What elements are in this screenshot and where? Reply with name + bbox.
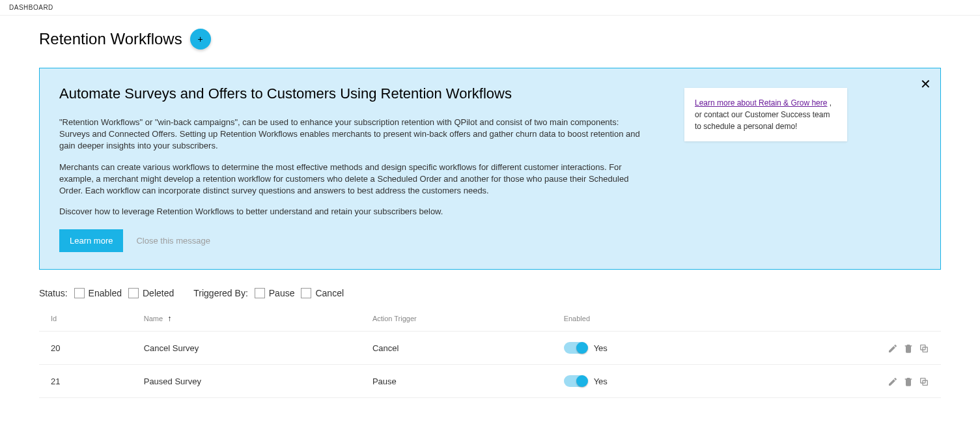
pause-checkbox[interactable]: Pause [255,288,295,298]
edit-icon[interactable] [888,377,898,387]
cancel-checkbox-input[interactable] [301,288,311,298]
close-message-button[interactable]: Close this message [136,236,210,246]
enabled-text: Yes [594,377,608,386]
delete-icon[interactable] [903,377,914,387]
info-paragraph-3: Discover how to leverage Retention Workf… [59,206,645,218]
enabled-toggle[interactable] [564,375,587,387]
enabled-checkbox-input[interactable] [74,288,85,298]
add-workflow-button[interactable]: + [190,29,211,50]
page-header: Retention Workflows + [39,29,941,50]
page-title: Retention Workflows [39,30,182,48]
delete-icon[interactable] [903,343,914,354]
deleted-checkbox[interactable]: Deleted [128,288,174,298]
col-action-trigger[interactable]: Action Trigger [361,306,552,332]
col-enabled[interactable]: Enabled [552,306,742,332]
info-panel: ✕ Automate Surveys and Offers to Custome… [39,68,941,270]
info-paragraph-1: "Retention Workflows" or "win-back campa… [59,117,645,152]
enabled-toggle[interactable] [564,342,587,354]
edit-icon[interactable] [888,343,898,354]
status-label: Status: [39,288,68,298]
enabled-text: Yes [594,343,608,353]
cell-id: 20 [39,332,132,365]
table-row: 21Paused SurveyPauseYes [39,365,941,398]
cell-actions [742,332,941,365]
cell-id: 21 [39,365,132,398]
info-main: Automate Surveys and Offers to Customers… [59,85,645,252]
cell-enabled: Yes [552,365,742,398]
info-title: Automate Surveys and Offers to Customers… [59,85,645,102]
cancel-checkbox-label: Cancel [315,288,344,298]
triggered-filter-group: Triggered By: Pause Cancel [193,288,344,298]
sort-arrow-icon: ↑ [167,314,171,323]
col-name-label: Name [144,315,163,322]
copy-icon[interactable] [919,377,929,387]
cell-name: Cancel Survey [132,332,361,365]
pause-checkbox-label: Pause [269,288,295,298]
col-actions [742,306,941,332]
cell-enabled: Yes [552,332,742,365]
cell-trigger: Pause [361,365,552,398]
copy-icon[interactable] [919,343,929,354]
side-card: Learn more about Retain & Grow here , or… [684,88,847,141]
close-icon[interactable]: ✕ [920,78,931,91]
cell-actions [742,365,941,398]
enabled-checkbox[interactable]: Enabled [74,288,122,298]
learn-more-button[interactable]: Learn more [59,229,123,252]
col-name[interactable]: Name ↑ [132,306,361,332]
filters: Status: Enabled Deleted Triggered By: Pa… [39,288,941,298]
cell-trigger: Cancel [361,332,552,365]
breadcrumb[interactable]: DASHBOARD [0,0,980,16]
retain-grow-link[interactable]: Learn more about Retain & Grow here [695,98,827,107]
triggered-label: Triggered By: [193,288,248,298]
cell-name: Paused Survey [132,365,361,398]
workflows-table: Id Name ↑ Action Trigger Enabled 20Cance… [39,306,941,398]
enabled-checkbox-label: Enabled [89,288,122,298]
table-row: 20Cancel SurveyCancelYes [39,332,941,365]
col-id[interactable]: Id [39,306,132,332]
info-paragraph-2: Merchants can create various workflows t… [59,162,645,197]
status-filter-group: Status: Enabled Deleted [39,288,174,298]
deleted-checkbox-input[interactable] [128,288,139,298]
pause-checkbox-input[interactable] [255,288,265,298]
deleted-checkbox-label: Deleted [143,288,174,298]
cancel-checkbox[interactable]: Cancel [301,288,344,298]
